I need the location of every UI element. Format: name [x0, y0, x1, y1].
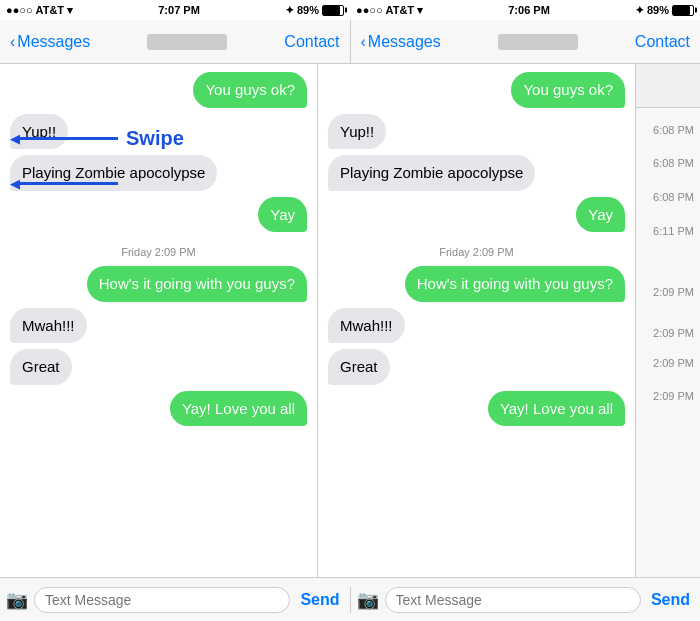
swipe-arrows: ◀ Swipe ◀ — [18, 127, 184, 185]
r-bubble-outgoing-3: How's it going with you guys? — [405, 266, 625, 302]
contact-name-blurred-right — [498, 34, 578, 50]
battery-pct-right: 89% — [647, 4, 669, 16]
back-button-right[interactable]: ‹ Messages — [361, 33, 441, 51]
input-bar: 📷 Send 📷 Send — [0, 577, 700, 621]
nav-bar: ‹ Messages Contact ‹ Messages Contact — [0, 20, 700, 64]
battery-left — [322, 5, 344, 16]
table-row: Playing Zombie apocolypse — [328, 155, 625, 191]
main-area: You guys ok? Yup!! Playing Zombie apocol… — [0, 64, 700, 577]
send-button-right[interactable]: Send — [647, 591, 694, 609]
input-left: 📷 Send — [0, 587, 351, 613]
status-bar: ●●○○ AT&T ▾ 7:07 PM ✦ 89% ●●○○ AT&T ▾ 7:… — [0, 0, 700, 20]
messages-left[interactable]: You guys ok? Yup!! Playing Zombie apocol… — [0, 64, 317, 577]
r-bubble-incoming-1: Yup!! — [328, 114, 386, 150]
arrow-head-top: ◀ — [10, 131, 20, 146]
contact-name-blurred-left — [147, 34, 227, 50]
ts-4: 6:11 PM — [636, 216, 700, 246]
ts-3: 6:08 PM — [636, 178, 700, 216]
time-left: 7:07 PM — [158, 4, 200, 16]
send-button-left[interactable]: Send — [296, 591, 343, 609]
text-input-left[interactable] — [34, 587, 290, 613]
ts-1: 6:08 PM — [636, 112, 700, 148]
table-row: Yay! Love you all — [328, 391, 625, 427]
battery-pct-left: 89% — [297, 4, 319, 16]
table-row: You guys ok? — [328, 72, 625, 108]
table-row: Yay — [10, 197, 307, 233]
r-bubble-outgoing-1: You guys ok? — [511, 72, 625, 108]
bubble-outgoing-4: Yay! Love you all — [170, 391, 307, 427]
arrow-head-bottom: ◀ — [10, 176, 20, 191]
r-bubble-outgoing-2: Yay — [576, 197, 625, 233]
status-right: ●●○○ AT&T ▾ 7:06 PM ✦ 89% — [350, 0, 700, 20]
r-bubble-incoming-2: Playing Zombie apocolypse — [328, 155, 535, 191]
wifi-icon: ▾ — [67, 4, 73, 17]
table-row: Mwah!!! — [10, 308, 307, 344]
ts-7: 2:09 PM — [636, 348, 700, 378]
nav-left: ‹ Messages Contact — [0, 20, 351, 63]
bluetooth-icon: ✦ — [285, 4, 294, 17]
chevron-left-icon: ‹ — [10, 33, 15, 51]
timestamp-sidebar: 6:08 PM 6:08 PM 6:08 PM 6:11 PM 2:09 PM … — [635, 64, 700, 577]
wifi-icon-right: ▾ — [417, 4, 423, 17]
r-bubble-incoming-3: Mwah!!! — [328, 308, 405, 344]
table-row: Mwah!!! — [328, 308, 625, 344]
chevron-left-icon-right: ‹ — [361, 33, 366, 51]
date-label-right: Friday 2:09 PM — [328, 246, 625, 258]
ts-8: 2:09 PM — [636, 378, 700, 414]
camera-icon-left[interactable]: 📷 — [6, 589, 28, 611]
arrow-top: ◀ — [18, 137, 118, 140]
r-bubble-outgoing-4: Yay! Love you all — [488, 391, 625, 427]
back-label-right: Messages — [368, 33, 441, 51]
bubble-outgoing-3: How's it going with you guys? — [87, 266, 307, 302]
text-input-right[interactable] — [385, 587, 641, 613]
table-row: How's it going with you guys? — [10, 266, 307, 302]
time-right: 7:06 PM — [508, 4, 550, 16]
camera-icon-right[interactable]: 📷 — [357, 589, 379, 611]
ts-header — [636, 64, 700, 108]
signal-icon: ●●○○ — [6, 4, 33, 16]
arrow-bottom: ◀ — [18, 182, 118, 185]
ts-2: 6:08 PM — [636, 148, 700, 178]
table-row: How's it going with you guys? — [328, 266, 625, 302]
chat-panel-right: You guys ok? Yup!! Playing Zombie apocol… — [318, 64, 635, 577]
status-left: ●●○○ AT&T ▾ 7:07 PM ✦ 89% — [0, 0, 350, 20]
carrier-left: AT&T — [36, 4, 65, 16]
nav-contact-right[interactable]: Contact — [635, 33, 690, 51]
swipe-container: Playing Zombie apocolypse ◀ Swipe ◀ — [10, 155, 307, 193]
ts-5: 2:09 PM — [636, 266, 700, 318]
r-bubble-incoming-4: Great — [328, 349, 390, 385]
table-row: Yup!! — [328, 114, 625, 150]
bubble-outgoing-1: You guys ok? — [193, 72, 307, 108]
table-row: Great — [328, 349, 625, 385]
date-label-left: Friday 2:09 PM — [10, 246, 307, 258]
bubble-incoming-4: Great — [10, 349, 72, 385]
nav-contact-left[interactable]: Contact — [284, 33, 339, 51]
bubble-outgoing-2: Yay — [258, 197, 307, 233]
messages-right[interactable]: You guys ok? Yup!! Playing Zombie apocol… — [318, 64, 635, 577]
bluetooth-icon-right: ✦ — [635, 4, 644, 17]
swipe-label: Swipe — [126, 127, 184, 150]
input-right: 📷 Send — [351, 587, 701, 613]
signal-icon-right: ●●○○ — [356, 4, 383, 16]
back-button-left[interactable]: ‹ Messages — [10, 33, 90, 51]
ts-date — [636, 246, 700, 266]
battery-right — [672, 5, 694, 16]
table-row: You guys ok? — [10, 72, 307, 108]
back-label-left: Messages — [17, 33, 90, 51]
nav-right: ‹ Messages Contact — [351, 20, 701, 63]
chat-panel-left: You guys ok? Yup!! Playing Zombie apocol… — [0, 64, 318, 577]
carrier-right: AT&T — [386, 4, 415, 16]
table-row: Great — [10, 349, 307, 385]
ts-6: 2:09 PM — [636, 318, 700, 348]
table-row: Yay — [328, 197, 625, 233]
table-row: Yay! Love you all — [10, 391, 307, 427]
bubble-incoming-3: Mwah!!! — [10, 308, 87, 344]
